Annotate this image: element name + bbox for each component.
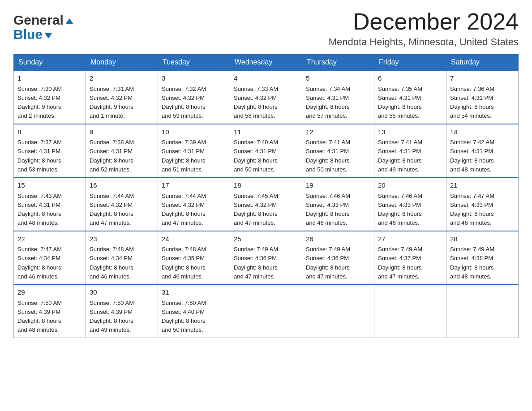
calendar-cell: 5 Sunrise: 7:34 AMSunset: 4:31 PMDayligh… [302, 70, 374, 124]
calendar-cell: 22 Sunrise: 7:47 AMSunset: 4:34 PMDaylig… [14, 231, 86, 285]
calendar-cell: 17 Sunrise: 7:44 AMSunset: 4:32 PMDaylig… [158, 177, 230, 231]
day-info: Sunrise: 7:35 AMSunset: 4:31 PMDaylight:… [378, 86, 422, 120]
day-info: Sunrise: 7:39 AMSunset: 4:31 PMDaylight:… [162, 139, 206, 173]
calendar-cell: 23 Sunrise: 7:48 AMSunset: 4:34 PMDaylig… [86, 231, 158, 285]
day-info: Sunrise: 7:49 AMSunset: 4:37 PMDaylight:… [378, 246, 422, 280]
day-info: Sunrise: 7:43 AMSunset: 4:31 PMDaylight:… [17, 193, 62, 227]
day-number: 16 [90, 180, 154, 191]
day-number: 22 [17, 234, 82, 244]
day-number: 18 [234, 180, 298, 191]
day-info: Sunrise: 7:41 AMSunset: 4:31 PMDaylight:… [306, 139, 350, 173]
day-info: Sunrise: 7:50 AMSunset: 4:39 PMDaylight:… [90, 300, 134, 334]
day-number: 31 [162, 287, 226, 298]
calendar-cell [230, 284, 302, 338]
day-info: Sunrise: 7:46 AMSunset: 4:33 PMDaylight:… [378, 193, 422, 227]
day-number: 10 [162, 127, 226, 137]
day-number: 9 [90, 127, 154, 137]
logo: General Blue [13, 13, 73, 41]
day-info: Sunrise: 7:45 AMSunset: 4:32 PMDaylight:… [234, 193, 278, 227]
day-number: 17 [162, 180, 226, 191]
day-info: Sunrise: 7:50 AMSunset: 4:39 PMDaylight:… [17, 300, 62, 334]
calendar-cell: 18 Sunrise: 7:45 AMSunset: 4:32 PMDaylig… [230, 177, 302, 231]
calendar-cell: 13 Sunrise: 7:41 AMSunset: 4:31 PMDaylig… [374, 124, 446, 178]
day-info: Sunrise: 7:50 AMSunset: 4:40 PMDaylight:… [162, 300, 206, 334]
day-info: Sunrise: 7:32 AMSunset: 4:32 PMDaylight:… [162, 86, 206, 120]
day-number: 11 [234, 127, 298, 137]
day-info: Sunrise: 7:49 AMSunset: 4:36 PMDaylight:… [234, 246, 278, 280]
calendar-cell: 19 Sunrise: 7:46 AMSunset: 4:33 PMDaylig… [302, 177, 374, 231]
calendar-cell [374, 284, 446, 338]
day-number: 19 [306, 180, 370, 191]
day-number: 30 [90, 287, 154, 298]
calendar-cell: 25 Sunrise: 7:49 AMSunset: 4:36 PMDaylig… [230, 231, 302, 285]
calendar-cell: 27 Sunrise: 7:49 AMSunset: 4:37 PMDaylig… [374, 231, 446, 285]
day-info: Sunrise: 7:48 AMSunset: 4:34 PMDaylight:… [90, 246, 134, 280]
week-row-5: 29 Sunrise: 7:50 AMSunset: 4:39 PMDaylig… [14, 284, 519, 338]
day-number: 8 [17, 127, 82, 137]
week-row-4: 22 Sunrise: 7:47 AMSunset: 4:34 PMDaylig… [14, 231, 519, 285]
logo-general-text: General [13, 13, 64, 27]
column-header-monday: Monday [86, 55, 158, 71]
column-header-wednesday: Wednesday [230, 55, 302, 71]
calendar-cell [302, 284, 374, 338]
page-header: General Blue December 2024 Mendota Heigh… [13, 9, 519, 48]
month-title: December 2024 [329, 9, 519, 34]
day-number: 28 [450, 234, 515, 244]
calendar-cell: 14 Sunrise: 7:42 AMSunset: 4:31 PMDaylig… [446, 124, 519, 178]
day-number: 7 [450, 73, 515, 84]
day-info: Sunrise: 7:40 AMSunset: 4:31 PMDaylight:… [234, 139, 278, 173]
calendar-cell [446, 284, 519, 338]
calendar-table: SundayMondayTuesdayWednesdayThursdayFrid… [13, 54, 519, 338]
calendar-cell: 7 Sunrise: 7:36 AMSunset: 4:31 PMDayligh… [446, 70, 519, 124]
day-info: Sunrise: 7:37 AMSunset: 4:31 PMDaylight:… [17, 139, 62, 173]
day-number: 12 [306, 127, 370, 137]
day-number: 3 [162, 73, 226, 84]
day-info: Sunrise: 7:47 AMSunset: 4:33 PMDaylight:… [450, 193, 494, 227]
logo-triangle-icon [65, 18, 73, 24]
calendar-cell: 2 Sunrise: 7:31 AMSunset: 4:32 PMDayligh… [86, 70, 158, 124]
week-row-2: 8 Sunrise: 7:37 AMSunset: 4:31 PMDayligh… [14, 124, 519, 178]
calendar-cell: 28 Sunrise: 7:49 AMSunset: 4:38 PMDaylig… [446, 231, 519, 285]
day-number: 14 [450, 127, 515, 137]
calendar-cell: 21 Sunrise: 7:47 AMSunset: 4:33 PMDaylig… [446, 177, 519, 231]
day-number: 21 [450, 180, 515, 191]
calendar-cell: 8 Sunrise: 7:37 AMSunset: 4:31 PMDayligh… [14, 124, 86, 178]
day-number: 13 [378, 127, 442, 137]
calendar-cell: 6 Sunrise: 7:35 AMSunset: 4:31 PMDayligh… [374, 70, 446, 124]
calendar-cell: 15 Sunrise: 7:43 AMSunset: 4:31 PMDaylig… [14, 177, 86, 231]
location-title: Mendota Heights, Minnesota, United State… [329, 36, 519, 48]
day-number: 23 [90, 234, 154, 244]
calendar-cell: 29 Sunrise: 7:50 AMSunset: 4:39 PMDaylig… [14, 284, 86, 338]
day-number: 2 [90, 73, 154, 84]
column-header-tuesday: Tuesday [158, 55, 230, 71]
column-header-thursday: Thursday [302, 55, 374, 71]
day-number: 5 [306, 73, 370, 84]
day-number: 26 [306, 234, 370, 244]
day-info: Sunrise: 7:49 AMSunset: 4:36 PMDaylight:… [306, 246, 350, 280]
day-number: 25 [234, 234, 298, 244]
calendar-cell: 12 Sunrise: 7:41 AMSunset: 4:31 PMDaylig… [302, 124, 374, 178]
week-row-3: 15 Sunrise: 7:43 AMSunset: 4:31 PMDaylig… [14, 177, 519, 231]
logo-blue-text: Blue [13, 27, 43, 42]
day-info: Sunrise: 7:44 AMSunset: 4:32 PMDaylight:… [162, 193, 206, 227]
column-header-saturday: Saturday [446, 55, 519, 71]
day-info: Sunrise: 7:49 AMSunset: 4:38 PMDaylight:… [450, 246, 494, 280]
day-info: Sunrise: 7:41 AMSunset: 4:31 PMDaylight:… [378, 139, 422, 173]
day-info: Sunrise: 7:44 AMSunset: 4:32 PMDaylight:… [90, 193, 134, 227]
calendar-cell: 1 Sunrise: 7:30 AMSunset: 4:32 PMDayligh… [14, 70, 86, 124]
calendar-cell: 24 Sunrise: 7:48 AMSunset: 4:35 PMDaylig… [158, 231, 230, 285]
day-info: Sunrise: 7:31 AMSunset: 4:32 PMDaylight:… [90, 86, 134, 120]
calendar-cell: 31 Sunrise: 7:50 AMSunset: 4:40 PMDaylig… [158, 284, 230, 338]
day-number: 20 [378, 180, 442, 191]
logo-triangle2-icon [44, 33, 52, 39]
calendar-cell: 4 Sunrise: 7:33 AMSunset: 4:32 PMDayligh… [230, 70, 302, 124]
day-info: Sunrise: 7:47 AMSunset: 4:34 PMDaylight:… [17, 246, 62, 280]
week-row-1: 1 Sunrise: 7:30 AMSunset: 4:32 PMDayligh… [14, 70, 519, 124]
calendar-cell: 20 Sunrise: 7:46 AMSunset: 4:33 PMDaylig… [374, 177, 446, 231]
calendar-cell: 26 Sunrise: 7:49 AMSunset: 4:36 PMDaylig… [302, 231, 374, 285]
day-info: Sunrise: 7:46 AMSunset: 4:33 PMDaylight:… [306, 193, 350, 227]
day-number: 27 [378, 234, 442, 244]
calendar-cell: 16 Sunrise: 7:44 AMSunset: 4:32 PMDaylig… [86, 177, 158, 231]
day-info: Sunrise: 7:30 AMSunset: 4:32 PMDaylight:… [17, 86, 62, 120]
title-block: December 2024 Mendota Heights, Minnesota… [329, 9, 519, 48]
